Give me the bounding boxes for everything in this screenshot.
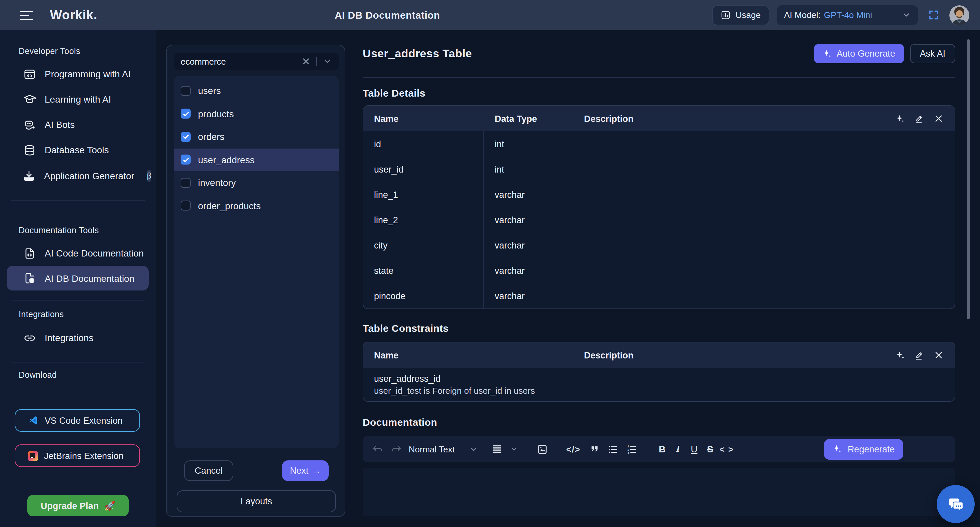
database-icon [23,144,36,156]
chat-bubbles-icon [947,495,965,513]
sidebar: Developer Tools Programming with AI Lear… [0,30,156,527]
sidebar-item-application-generator[interactable]: Application Generator β [7,163,149,189]
sidebar-item-ai-code-documentation[interactable]: AI Code Documentation [7,241,149,266]
code-block-icon[interactable]: </> [565,444,582,454]
sidebar-item-ai-db-documentation[interactable]: AI DB Documentation [7,266,149,290]
table-row: city varchar [363,233,955,258]
documentation-toolbar: Normal Text </> [363,436,955,462]
vertical-scrollbar[interactable] [967,39,970,319]
checkbox[interactable] [181,109,191,119]
select-divider [316,57,317,66]
table-details-heading: Table Details [363,87,955,98]
constraint-row: user_address_id user_id_test is Foreign … [363,368,955,401]
inline-code-icon[interactable]: < > [718,444,735,454]
regenerate-button[interactable]: Regenerate [824,439,903,459]
chat-widget-button[interactable] [937,485,975,523]
layouts-button[interactable]: Layouts [177,490,336,512]
ordered-list-icon[interactable]: 123 [626,443,637,455]
checkbox[interactable] [181,132,191,142]
ask-ai-button[interactable]: Ask AI [910,44,955,63]
auto-generate-sparkle-icon[interactable] [895,350,905,360]
next-button[interactable]: Next → [282,460,329,481]
database-select[interactable]: ecommerce [174,52,339,70]
rocket-icon: 🚀 [104,500,115,511]
upgrade-plan-button[interactable]: Upgrade Plan 🚀 [27,495,129,516]
chevron-down-icon [469,445,478,453]
topbar: Workik. AI DB Documentation Usage AI Mod… [0,0,980,30]
table-list-item-user-address[interactable]: user_address [174,148,339,171]
undo-icon[interactable] [372,443,383,455]
arrow-right-icon: → [312,466,321,476]
text-style-select[interactable]: Normal Text [409,444,478,454]
auto-generate-sparkle-icon[interactable] [895,114,905,124]
sidebar-divider [11,200,145,200]
sidebar-item-learning-with-ai[interactable]: Learning with AI [7,87,149,112]
redo-icon[interactable] [391,443,402,455]
cancel-button[interactable]: Cancel [184,460,233,481]
jetbrains-extension-button[interactable]: JetBrains Extension [15,444,140,467]
clear-icon[interactable] [302,57,310,65]
user-avatar[interactable] [949,5,969,25]
align-justify-icon[interactable] [492,443,503,455]
usage-button[interactable]: Usage [712,5,769,25]
fullscreen-icon[interactable] [928,10,939,21]
table-details-table: Name Data Type Description id int user_i… [363,105,955,309]
documentation-heading: Documentation [363,416,955,428]
chevron-down-icon[interactable] [323,57,332,66]
sidebar-item-database-tools[interactable]: Database Tools [7,137,149,163]
underline-button[interactable]: U [686,444,702,454]
bullet-list-icon[interactable] [607,443,619,455]
ai-model-value: GPT-4o Mini [824,10,872,20]
strikethrough-button[interactable]: S [702,444,718,454]
document-code-icon [23,247,36,259]
table-row: pincode varchar [363,283,955,308]
blockquote-icon[interactable] [589,444,600,454]
table-title: User_address Table [363,47,472,60]
workik-logo[interactable]: Workik. [50,8,97,22]
checkbox[interactable] [181,178,191,188]
sidebar-item-programming-with-ai[interactable]: Programming with AI [7,61,149,87]
table-row: line_2 varchar [363,207,955,233]
constraint-name: user_address_id [374,373,441,383]
checkbox[interactable] [181,86,191,96]
close-icon[interactable] [934,114,943,123]
table-row: id int [363,131,955,157]
graduation-cap-icon [23,93,36,106]
ai-model-select[interactable]: AI Model: GPT-4o Mini [777,5,918,25]
table-list-item-order-products[interactable]: order_products [174,194,339,217]
chevron-down-icon[interactable] [510,445,518,453]
usage-chart-icon [721,10,731,20]
section-label-download: Download [19,370,57,380]
edit-pencil-icon[interactable] [915,350,925,360]
documentation-editor[interactable] [363,468,955,516]
sidebar-item-integrations[interactable]: Integrations [7,325,149,351]
table-constraints-header: Name Description [363,343,955,368]
topbar-actions: Usage AI Model: GPT-4o Mini [712,5,969,25]
vscode-extension-button[interactable]: VS Code Extension [15,409,140,432]
auto-generate-button[interactable]: Auto Generate [814,44,904,63]
link-icon [23,332,36,344]
close-icon[interactable] [934,351,943,360]
checkbox[interactable] [181,155,191,165]
download-tray-icon [23,170,35,182]
italic-button[interactable]: I [670,444,686,454]
sidebar-item-ai-bots[interactable]: AI Bots [7,112,149,137]
insert-image-icon[interactable] [537,443,548,455]
table-row: user_id int [363,157,955,182]
hamburger-menu-icon[interactable] [20,10,33,20]
section-label-documentation-tools: Documentation Tools [19,226,99,235]
table-title-row: User_address Table Auto Generate Ask AI [363,30,955,78]
table-row: line_1 varchar [363,182,955,207]
table-list-item-products[interactable]: products [174,102,339,125]
constraint-note: user_id_test is Foreign of user_id in us… [374,386,535,395]
checkbox[interactable] [181,201,191,211]
database-select-value: ecommerce [181,56,226,66]
edit-pencil-icon[interactable] [915,114,925,124]
jetbrains-logo-icon [28,451,38,461]
table-constraints-table: Name Description user_address_id user_id… [363,342,955,402]
table-list-item-inventory[interactable]: inventory [174,171,339,194]
table-list-item-orders[interactable]: orders [174,125,339,148]
bold-button[interactable]: B [654,444,670,454]
table-list-item-users[interactable]: users [174,79,339,102]
table-picker-panel: ecommerce users products orders [166,44,345,517]
